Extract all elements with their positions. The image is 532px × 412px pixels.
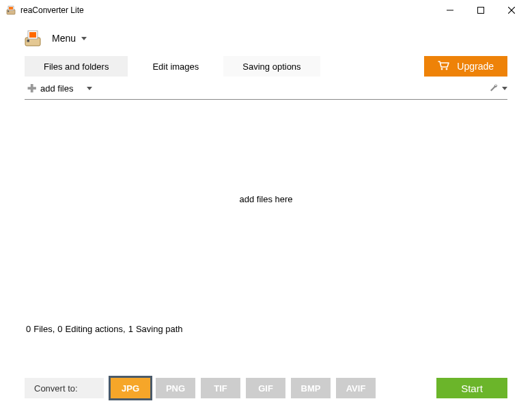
menu-row: Menu [0, 20, 532, 56]
bottom-bar: Convert to: JPGPNGTIFGIFBMPAVIF Start [25, 378, 507, 398]
titlebar: reaConverter Lite [0, 0, 532, 20]
menu-label: Menu [52, 33, 76, 44]
svg-line-7 [508, 7, 515, 14]
chevron-down-icon [81, 37, 87, 40]
plus-icon: ✚ [27, 83, 36, 94]
close-button[interactable] [496, 1, 527, 20]
status-actions-count: 0 [57, 324, 62, 334]
file-drop-zone[interactable]: add files here [0, 100, 532, 298]
svg-point-12 [441, 68, 443, 70]
format-gif[interactable]: GIF [246, 378, 285, 398]
maximize-button[interactable] [465, 1, 496, 20]
svg-rect-10 [29, 32, 36, 38]
status-paths-label: Saving path [136, 324, 183, 334]
svg-rect-3 [8, 11, 9, 12]
cart-icon [438, 61, 450, 72]
convert-to-label: Convert to: [25, 378, 104, 398]
format-list: JPGPNGTIFGIFBMPAVIF [111, 378, 376, 398]
format-bmp[interactable]: BMP [291, 378, 331, 398]
svg-line-6 [508, 7, 515, 14]
toolbar-row: ✚ add files [0, 77, 532, 99]
settings-button[interactable] [488, 82, 507, 95]
status-files-label: Files, [33, 324, 55, 334]
chevron-down-icon [87, 87, 92, 90]
tab-files-and-folders[interactable]: Files and folders [25, 56, 128, 77]
svg-rect-2 [9, 7, 13, 10]
upgrade-button[interactable]: Upgrade [424, 56, 507, 77]
window-title: reaConverter Lite [20, 5, 84, 15]
svg-rect-11 [27, 40, 30, 42]
status-bar: 0 Files, 0 Editing actions, 1 Saving pat… [0, 324, 532, 334]
svg-point-13 [446, 68, 448, 70]
menu-button[interactable]: Menu [52, 33, 87, 44]
app-icon [5, 5, 16, 16]
status-files-count: 0 [26, 324, 31, 334]
tab-edit-images[interactable]: Edit images [133, 56, 218, 77]
format-avif[interactable]: AVIF [336, 378, 376, 398]
window-controls [434, 1, 527, 20]
start-button[interactable]: Start [436, 378, 507, 398]
app-logo-icon [23, 29, 42, 48]
drop-hint: add files here [239, 194, 292, 204]
status-paths-count: 1 [128, 324, 133, 334]
wrench-icon [488, 82, 499, 95]
tabs-row: Files and folders Edit images Saving opt… [0, 56, 532, 77]
status-actions-label: Editing actions, [66, 324, 126, 334]
svg-rect-5 [477, 8, 484, 14]
add-files-button[interactable]: ✚ add files [27, 83, 92, 94]
format-jpg[interactable]: JPG [111, 378, 150, 398]
upgrade-label: Upgrade [457, 61, 494, 72]
add-files-label: add files [40, 83, 73, 94]
chevron-down-icon [502, 87, 507, 90]
tab-saving-options[interactable]: Saving options [223, 56, 320, 77]
format-tif[interactable]: TIF [201, 378, 240, 398]
format-png[interactable]: PNG [156, 378, 195, 398]
minimize-button[interactable] [434, 1, 465, 20]
